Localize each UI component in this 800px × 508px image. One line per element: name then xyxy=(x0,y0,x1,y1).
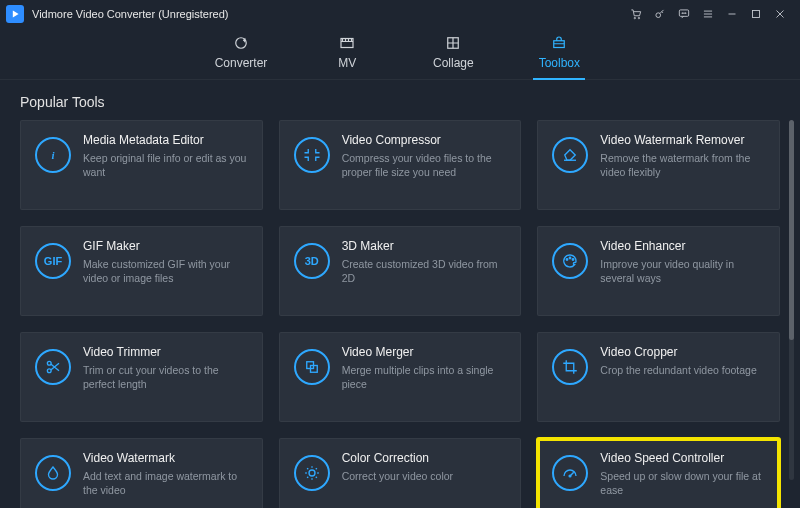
card-desc: Crop the redundant video footage xyxy=(600,363,756,377)
card-title: Video Watermark xyxy=(83,451,250,465)
film-icon xyxy=(338,34,356,52)
card-desc: Improve your video quality in several wa… xyxy=(600,257,767,285)
card-desc: Trim or cut your videos to the perfect l… xyxy=(83,363,250,391)
scissor-icon xyxy=(35,349,71,385)
svg-point-12 xyxy=(567,259,569,261)
card-title: Video Merger xyxy=(342,345,509,359)
card-title: Video Cropper xyxy=(600,345,756,359)
tab-label: MV xyxy=(338,56,356,70)
section-title: Popular Tools xyxy=(0,80,800,120)
svg-point-6 xyxy=(685,13,686,14)
card-gif-maker[interactable]: GIF GIF Maker Make customized GIF with y… xyxy=(20,226,263,316)
card-desc: Remove the watermark from the video flex… xyxy=(600,151,767,179)
card-desc: Create customized 3D video from 2D xyxy=(342,257,509,285)
drop-icon xyxy=(35,455,71,491)
tools-scroll[interactable]: i Media Metadata Editor Keep original fi… xyxy=(0,120,800,508)
compress-icon xyxy=(294,137,330,173)
tab-mv[interactable]: MV xyxy=(321,34,373,80)
card-title: Video Enhancer xyxy=(600,239,767,253)
refresh-icon xyxy=(232,34,250,52)
feedback-icon[interactable] xyxy=(672,2,696,26)
svg-point-2 xyxy=(656,13,661,18)
grid-icon xyxy=(444,34,462,52)
card-desc: Correct your video color xyxy=(342,469,453,483)
gif-icon: GIF xyxy=(35,243,71,279)
sun-icon xyxy=(294,455,330,491)
merge-icon xyxy=(294,349,330,385)
crop-icon xyxy=(552,349,588,385)
card-desc: Compress your video files to the proper … xyxy=(342,151,509,179)
close-icon[interactable] xyxy=(768,2,792,26)
key-icon[interactable] xyxy=(648,2,672,26)
svg-point-19 xyxy=(309,470,315,476)
svg-point-0 xyxy=(634,17,635,18)
card-video-cropper[interactable]: Video Cropper Crop the redundant video f… xyxy=(537,332,780,422)
eraser-icon xyxy=(552,137,588,173)
card-video-merger[interactable]: Video Merger Merge multiple clips into a… xyxy=(279,332,522,422)
tools-grid: i Media Metadata Editor Keep original fi… xyxy=(20,120,780,508)
tab-collage[interactable]: Collage xyxy=(427,34,479,80)
svg-point-20 xyxy=(569,475,571,477)
card-watermark-remover[interactable]: Video Watermark Remover Remove the water… xyxy=(537,120,780,210)
app-title: Vidmore Video Converter (Unregistered) xyxy=(32,8,228,20)
scrollbar[interactable] xyxy=(789,120,794,480)
minimize-icon[interactable] xyxy=(720,2,744,26)
scrollbar-thumb[interactable] xyxy=(789,120,794,340)
card-media-metadata[interactable]: i Media Metadata Editor Keep original fi… xyxy=(20,120,263,210)
card-title: Video Compressor xyxy=(342,133,509,147)
maximize-icon[interactable] xyxy=(744,2,768,26)
card-title: Video Speed Controller xyxy=(600,451,767,465)
info-icon: i xyxy=(35,137,71,173)
card-video-compressor[interactable]: Video Compressor Compress your video fil… xyxy=(279,120,522,210)
titlebar: Vidmore Video Converter (Unregistered) xyxy=(0,0,800,28)
card-desc: Merge multiple clips into a single piece xyxy=(342,363,509,391)
app-logo xyxy=(6,5,24,23)
tab-toolbox[interactable]: Toolbox xyxy=(533,34,585,80)
cart-icon[interactable] xyxy=(624,2,648,26)
tab-converter[interactable]: Converter xyxy=(215,34,268,80)
card-title: Video Trimmer xyxy=(83,345,250,359)
card-video-watermark[interactable]: Video Watermark Add text and image water… xyxy=(20,438,263,508)
palette-icon xyxy=(552,243,588,279)
card-title: GIF Maker xyxy=(83,239,250,253)
card-title: Color Correction xyxy=(342,451,453,465)
svg-rect-7 xyxy=(753,11,760,18)
tab-label: Collage xyxy=(433,56,474,70)
3d-icon: 3D xyxy=(294,243,330,279)
toolbox-icon xyxy=(550,34,568,52)
card-title: 3D Maker xyxy=(342,239,509,253)
svg-point-1 xyxy=(638,17,639,18)
card-color-correction[interactable]: Color Correction Correct your video colo… xyxy=(279,438,522,508)
menu-icon[interactable] xyxy=(696,2,720,26)
nav-tabs: Converter MV Collage Toolbox xyxy=(0,28,800,80)
svg-point-5 xyxy=(684,13,685,14)
card-video-enhancer[interactable]: Video Enhancer Improve your video qualit… xyxy=(537,226,780,316)
card-title: Video Watermark Remover xyxy=(600,133,767,147)
svg-point-14 xyxy=(573,259,575,261)
card-title: Media Metadata Editor xyxy=(83,133,250,147)
card-video-trimmer[interactable]: Video Trimmer Trim or cut your videos to… xyxy=(20,332,263,422)
gauge-icon xyxy=(552,455,588,491)
card-desc: Speed up or slow down your file at ease xyxy=(600,469,767,497)
svg-point-13 xyxy=(570,257,572,259)
card-desc: Keep original file info or edit as you w… xyxy=(83,151,250,179)
card-desc: Add text and image watermark to the vide… xyxy=(83,469,250,497)
card-3d-maker[interactable]: 3D 3D Maker Create customized 3D video f… xyxy=(279,226,522,316)
card-video-speed-controller[interactable]: Video Speed Controller Speed up or slow … xyxy=(537,438,780,508)
card-desc: Make customized GIF with your video or i… xyxy=(83,257,250,285)
tab-label: Converter xyxy=(215,56,268,70)
tab-label: Toolbox xyxy=(539,56,580,70)
svg-point-4 xyxy=(682,13,683,14)
